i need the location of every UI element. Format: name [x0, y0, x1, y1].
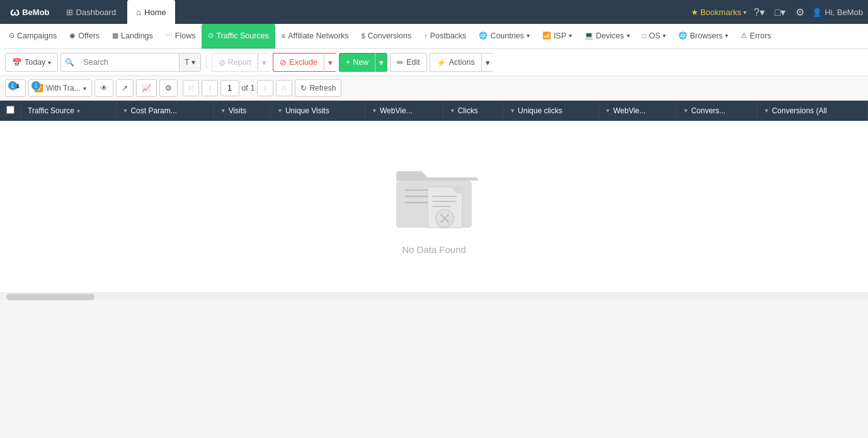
- postbacks-icon: ↑: [424, 32, 428, 40]
- sidebar-item-flows[interactable]: ⋯ Flows: [159, 24, 202, 49]
- bookmarks-label: Bookmarks: [700, 8, 741, 17]
- flows-label: Flows: [175, 31, 196, 40]
- user-icon: 👤: [812, 8, 822, 17]
- sidebar-item-devices[interactable]: 💻 Devices ▾: [578, 24, 636, 49]
- os-icon: □: [642, 32, 647, 40]
- errors-label: Errors: [750, 31, 771, 40]
- col-unique-visits[interactable]: ▼ Unique Visits: [270, 101, 365, 121]
- new-arrow-button[interactable]: ▾: [375, 53, 387, 72]
- notifications-button[interactable]: □▾: [772, 4, 789, 21]
- exclude-arrow-button[interactable]: ▾: [324, 53, 336, 72]
- col-webview1-label: WebVie...: [380, 106, 413, 115]
- col-conversions-all[interactable]: ▼ Conversions (All: [757, 101, 868, 121]
- user-menu[interactable]: 👤 Hi, BeMob: [812, 8, 863, 17]
- col-unique-clicks[interactable]: ▼ Unique clicks: [503, 101, 598, 121]
- select-all-column[interactable]: [0, 101, 21, 121]
- col-traffic-source[interactable]: Traffic Source ▾: [21, 101, 117, 121]
- scrollbar-thumb[interactable]: [6, 294, 94, 300]
- report-button[interactable]: ⊘ Report: [212, 53, 258, 72]
- sidebar-item-errors[interactable]: ⚠ Errors: [734, 24, 777, 49]
- sidebar-item-browsers[interactable]: 🌐 Browsers ▾: [672, 24, 734, 49]
- column-settings-button[interactable]: ⚙: [159, 79, 178, 97]
- chart-button[interactable]: 📈: [136, 79, 157, 97]
- text-filter-button[interactable]: T ▾: [179, 53, 200, 71]
- prev-page-button[interactable]: ⟨: [202, 80, 218, 96]
- col-webview1[interactable]: ▼ WebVie...: [365, 101, 443, 121]
- flag-badge: 1: [8, 81, 17, 90]
- user-label: Hi, BeMob: [825, 8, 863, 17]
- pagination: ⟨⟨ ⟨ of 1 ⟩ ⟩⟩: [183, 80, 293, 96]
- sidebar-item-landings[interactable]: ▦ Landings: [106, 24, 159, 49]
- col-conversions-all-label: Conversions (All: [772, 106, 826, 115]
- horizontal-scrollbar[interactable]: [0, 293, 868, 300]
- col-conversions[interactable]: ▼ Convers...: [677, 101, 757, 121]
- new-button[interactable]: + New: [339, 53, 375, 72]
- sidebar-item-countries[interactable]: 🌐 Countries ▾: [472, 24, 536, 49]
- col-clicks[interactable]: ▼ Clicks: [443, 101, 503, 121]
- col-unique-clicks-label: Unique clicks: [518, 106, 562, 115]
- edit-button[interactable]: ✏ Edit: [390, 53, 427, 72]
- nav-tab-home[interactable]: ⌂ Home: [127, 0, 175, 24]
- report-arrow-button[interactable]: ▾: [258, 53, 270, 72]
- search-input[interactable]: [78, 58, 179, 67]
- nav-tab-dashboard[interactable]: ⊞ Dashboard: [57, 0, 125, 24]
- os-label: OS: [649, 31, 660, 40]
- sidebar-item-isp[interactable]: 📶 ISP ▾: [536, 24, 578, 49]
- filter-badge: 1: [31, 81, 40, 90]
- bookmarks-button[interactable]: ★ Bookmarks ▾: [691, 8, 746, 17]
- sidebar-item-campaigns[interactable]: ⊙ Campaigns: [3, 24, 63, 49]
- actions-button[interactable]: ⚡ Actions: [430, 53, 481, 72]
- devices-chevron-icon: ▾: [627, 32, 630, 39]
- page-number-input[interactable]: [220, 80, 239, 96]
- actions-icon: ⚡: [437, 58, 447, 67]
- sidebar-item-os[interactable]: □ OS ▾: [636, 24, 673, 49]
- date-picker-button[interactable]: 📅 Today ▾: [5, 53, 58, 72]
- filter-icon-visits: ▼: [220, 108, 226, 114]
- dashboard-label: Dashboard: [76, 8, 117, 17]
- chevron-down-icon: ▾: [743, 9, 746, 16]
- logo-symbol: ω: [10, 6, 20, 19]
- filter-button[interactable]: 🔽 1 With Tra... ▾: [28, 79, 92, 97]
- exclude-button[interactable]: ⊘ Exclude: [273, 53, 323, 72]
- campaigns-label: Campaigns: [17, 31, 57, 40]
- sort-icon-traffic-source: ▾: [77, 108, 80, 115]
- sidebar-item-affiliate-networks[interactable]: ≡ Affiliate Networks: [275, 24, 355, 49]
- visibility-button[interactable]: 👁: [94, 79, 113, 97]
- filter-label: With Tra...: [46, 84, 81, 93]
- sidebar-item-offers[interactable]: ◉ Offers: [63, 24, 106, 49]
- col-cost-param[interactable]: ▼ Cost Param...: [116, 101, 214, 121]
- last-page-button[interactable]: ⟩⟩: [276, 80, 292, 96]
- select-all-checkbox[interactable]: [6, 106, 14, 114]
- conversions-label: Conversions: [368, 31, 411, 40]
- landings-label: Landings: [121, 31, 153, 40]
- actions-chevron-icon: ▾: [486, 58, 490, 67]
- sidebar-item-conversions[interactable]: $ Conversions: [355, 24, 418, 49]
- flag-button[interactable]: 🏴 1: [5, 79, 26, 97]
- help-button[interactable]: ?▾: [751, 4, 767, 21]
- browsers-icon: 🌐: [678, 31, 687, 40]
- report-label: Report: [228, 58, 252, 67]
- col-webview2-label: WebVie...: [613, 106, 646, 115]
- empty-state: No Data Found: [0, 121, 868, 293]
- refresh-button[interactable]: ↻ Refresh: [295, 79, 341, 97]
- next-page-button[interactable]: ⟩: [257, 80, 273, 96]
- dashboard-icon: ⊞: [66, 8, 73, 17]
- sidebar-item-traffic-sources[interactable]: ⊙ Traffic Sources: [202, 24, 275, 49]
- chart-icon: 📈: [142, 84, 151, 93]
- actions-arrow-button[interactable]: ▾: [481, 53, 494, 72]
- first-page-button[interactable]: ⟨⟨: [183, 80, 199, 96]
- col-webview2[interactable]: ▼ WebVie...: [598, 101, 677, 121]
- settings-button[interactable]: ⚙: [793, 4, 807, 21]
- filter-icon-webview1: ▼: [372, 108, 377, 114]
- page-of-label: of: [242, 84, 248, 93]
- logo[interactable]: ω BeMob: [5, 6, 55, 19]
- share-button[interactable]: ↗: [116, 79, 134, 97]
- browsers-label: Browsers: [690, 31, 722, 40]
- isp-chevron-icon: ▾: [569, 32, 572, 39]
- col-visits[interactable]: ▼ Visits: [214, 101, 270, 121]
- browsers-chevron-icon: ▾: [725, 32, 728, 39]
- countries-chevron-icon: ▾: [527, 32, 530, 39]
- new-chevron-icon: ▾: [379, 58, 384, 67]
- sidebar-item-postbacks[interactable]: ↑ Postbacks: [418, 24, 472, 49]
- postbacks-label: Postbacks: [430, 31, 467, 40]
